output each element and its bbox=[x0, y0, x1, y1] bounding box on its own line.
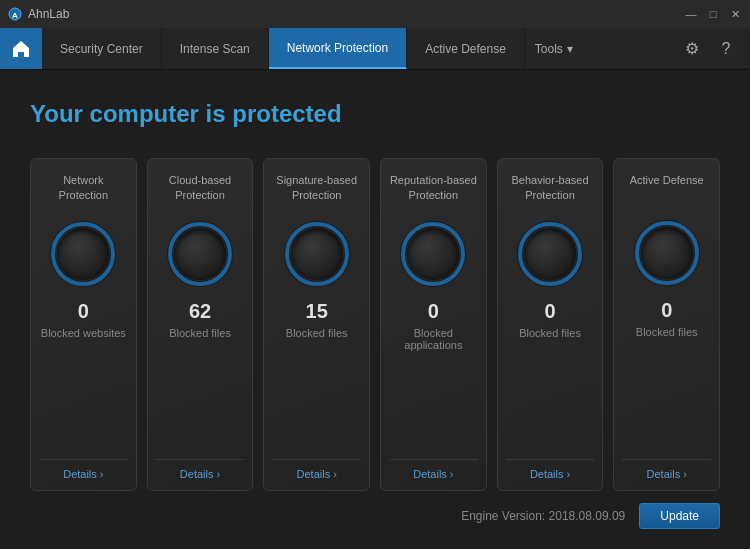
card-divider bbox=[622, 459, 711, 460]
card-count-signature-based: 15 bbox=[306, 300, 328, 323]
card-signature-based: Signature-basedProtection 15 Blocked fil… bbox=[263, 158, 370, 491]
details-link-cloud-based[interactable]: Details › bbox=[180, 468, 220, 480]
card-reputation-based: Reputation-basedProtection 0 Blocked app… bbox=[380, 158, 487, 491]
card-count-network-protection: 0 bbox=[78, 300, 89, 323]
card-label-network-protection: Blocked websites bbox=[41, 327, 126, 339]
card-label-signature-based: Blocked files bbox=[286, 327, 348, 339]
card-divider bbox=[156, 459, 245, 460]
card-count-behavior-based: 0 bbox=[544, 300, 555, 323]
titlebar: A AhnLab — □ ✕ bbox=[0, 0, 750, 28]
card-network-protection: NetworkProtection 0 Blocked websites Det… bbox=[30, 158, 137, 491]
titlebar-controls: — □ ✕ bbox=[684, 7, 742, 21]
page-title: Your computer is protected bbox=[30, 100, 720, 128]
details-link-behavior-based[interactable]: Details › bbox=[530, 468, 570, 480]
update-button[interactable]: Update bbox=[639, 503, 720, 529]
chevron-right-icon: › bbox=[100, 468, 104, 480]
gauge-inner bbox=[291, 228, 343, 280]
footer: Engine Version: 2018.08.09.09 Update bbox=[30, 503, 720, 529]
details-link-signature-based[interactable]: Details › bbox=[297, 468, 337, 480]
dropdown-arrow-icon: ▾ bbox=[567, 42, 573, 56]
close-button[interactable]: ✕ bbox=[728, 7, 742, 21]
tab-active-defense[interactable]: Active Defense bbox=[407, 28, 525, 69]
gauge-cloud-based bbox=[164, 218, 236, 290]
home-button[interactable] bbox=[0, 28, 42, 69]
gauge-reputation-based bbox=[397, 218, 469, 290]
cards-grid: NetworkProtection 0 Blocked websites Det… bbox=[30, 158, 720, 491]
card-title-signature-based: Signature-basedProtection bbox=[276, 173, 357, 204]
card-label-cloud-based: Blocked files bbox=[169, 327, 231, 339]
card-divider bbox=[39, 459, 128, 460]
gauge-inner bbox=[407, 228, 459, 280]
gauge-inner bbox=[174, 228, 226, 280]
tab-intense-scan[interactable]: Intense Scan bbox=[162, 28, 269, 69]
card-active-defense: Active Defense 0 Blocked files Details › bbox=[613, 158, 720, 491]
card-divider bbox=[272, 459, 361, 460]
tab-security-center[interactable]: Security Center bbox=[42, 28, 162, 69]
gauge-active-defense bbox=[631, 217, 703, 289]
card-title-cloud-based: Cloud-basedProtection bbox=[169, 173, 231, 204]
settings-button[interactable]: ⚙ bbox=[678, 35, 706, 63]
nav-tabs: Security Center Intense Scan Network Pro… bbox=[42, 28, 668, 69]
details-link-network-protection[interactable]: Details › bbox=[63, 468, 103, 480]
card-count-active-defense: 0 bbox=[661, 299, 672, 322]
card-divider bbox=[506, 459, 595, 460]
nav-tools: Tools ▾ bbox=[525, 28, 583, 69]
card-label-behavior-based: Blocked files bbox=[519, 327, 581, 339]
chevron-right-icon: › bbox=[333, 468, 337, 480]
details-link-active-defense[interactable]: Details › bbox=[647, 468, 687, 480]
gauge-inner bbox=[641, 227, 693, 279]
gauge-inner bbox=[524, 228, 576, 280]
details-link-reputation-based[interactable]: Details › bbox=[413, 468, 453, 480]
tools-dropdown[interactable]: Tools ▾ bbox=[535, 42, 573, 56]
card-title-active-defense: Active Defense bbox=[630, 173, 704, 203]
minimize-button[interactable]: — bbox=[684, 7, 698, 21]
card-title-network-protection: NetworkProtection bbox=[59, 173, 109, 204]
tab-network-protection[interactable]: Network Protection bbox=[269, 28, 407, 69]
card-title-reputation-based: Reputation-basedProtection bbox=[390, 173, 477, 204]
engine-version: Engine Version: 2018.08.09.09 bbox=[461, 509, 625, 523]
gauge-behavior-based bbox=[514, 218, 586, 290]
svg-text:A: A bbox=[12, 11, 18, 20]
card-label-reputation-based: Blocked applications bbox=[389, 327, 478, 351]
card-count-reputation-based: 0 bbox=[428, 300, 439, 323]
navbar: Security Center Intense Scan Network Pro… bbox=[0, 28, 750, 70]
help-button[interactable]: ? bbox=[712, 35, 740, 63]
main-content: Your computer is protected NetworkProtec… bbox=[0, 70, 750, 549]
card-count-cloud-based: 62 bbox=[189, 300, 211, 323]
gauge-network-protection bbox=[47, 218, 119, 290]
chevron-right-icon: › bbox=[683, 468, 687, 480]
chevron-right-icon: › bbox=[216, 468, 220, 480]
gauge-signature-based bbox=[281, 218, 353, 290]
card-title-behavior-based: Behavior-basedProtection bbox=[511, 173, 588, 204]
gear-icon: ⚙ bbox=[685, 39, 699, 58]
card-cloud-based: Cloud-basedProtection 62 Blocked files D… bbox=[147, 158, 254, 491]
card-divider bbox=[389, 459, 478, 460]
chevron-right-icon: › bbox=[567, 468, 571, 480]
gauge-inner bbox=[57, 228, 109, 280]
card-behavior-based: Behavior-basedProtection 0 Blocked files… bbox=[497, 158, 604, 491]
chevron-right-icon: › bbox=[450, 468, 454, 480]
card-label-active-defense: Blocked files bbox=[636, 326, 698, 338]
maximize-button[interactable]: □ bbox=[706, 7, 720, 21]
help-icon: ? bbox=[722, 40, 731, 58]
nav-icons: ⚙ ? bbox=[668, 28, 750, 69]
titlebar-title: A AhnLab bbox=[8, 7, 69, 21]
